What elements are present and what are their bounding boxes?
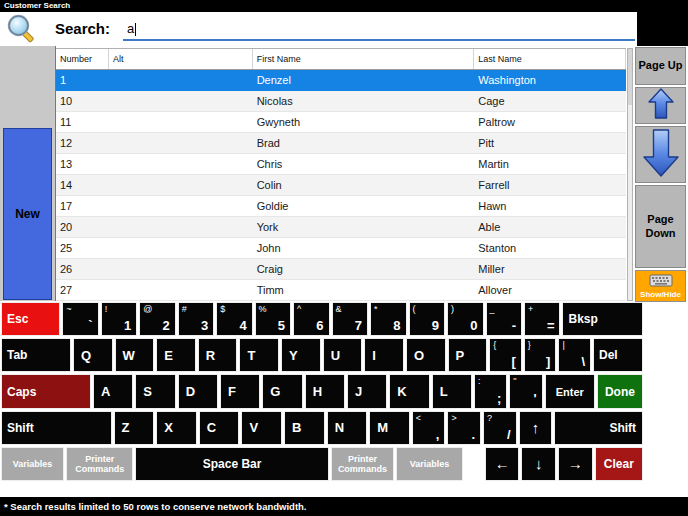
page-down-button[interactable]: Page Down [635,185,686,268]
table-row-17[interactable]: 17GoldieHawn [56,196,626,217]
column-header-alt[interactable]: Alt [109,49,253,69]
cell: 25 [56,242,109,254]
key-t[interactable]: T [239,338,279,372]
key-shift-right[interactable]: Shift [554,411,643,445]
table-row-1[interactable]: 1DenzelWashington [56,70,626,91]
table-row-11[interactable]: 11GwynethPaltrow [56,112,626,133]
key-j[interactable]: J [347,374,387,408]
key-p[interactable]: P [448,338,488,372]
key-9[interactable]: (9 [409,302,445,336]
table-row-14[interactable]: 14ColinFarrell [56,175,626,196]
key-arrow-right[interactable]: → [558,447,593,481]
keyboard-row-5: VariablesPrinter CommandsSpace BarPrinte… [0,446,644,482]
scroll-up-button[interactable] [635,87,686,124]
table-row-26[interactable]: 26CraigMiller [56,259,626,280]
key-shift-left[interactable]: Shift [1,411,112,445]
key-7[interactable]: &7 [332,302,368,336]
table-row-27[interactable]: 27TimmAllover [56,280,626,301]
key-equals[interactable]: += [524,302,560,336]
key-arrow-down[interactable]: ↓ [521,447,556,481]
key-variables-right[interactable]: Variables [396,447,463,481]
key-8[interactable]: *8 [370,302,406,336]
key-arrow-up[interactable]: ↑ [519,411,553,445]
key-minus[interactable]: _- [486,302,522,336]
key-u[interactable]: U [323,338,363,372]
search-input[interactable]: a [123,16,635,41]
key-i[interactable]: I [364,338,404,372]
key-bksp[interactable]: Bksp [562,302,643,336]
key-a[interactable]: A [93,374,133,408]
key-esc[interactable]: Esc [1,302,60,336]
key-semicolon[interactable]: :; [474,374,507,408]
key-r[interactable]: R [198,338,238,372]
key-rbracket[interactable]: }] [524,338,557,372]
key-shift-char: * [374,304,378,314]
key-backslash[interactable]: |\ [558,338,591,372]
key-caps[interactable]: Caps [1,374,91,408]
key-slash[interactable]: ?/ [483,411,517,445]
key-printer-commands-left[interactable]: Printer Commands [66,447,133,481]
key-x[interactable]: X [156,411,197,445]
key-enter[interactable]: Enter [545,374,595,408]
keyboard: Esc~`!1@2#3$4%5^6&7*8(9)0_-+=BkspTabQWER… [0,301,644,482]
key-4[interactable]: $4 [216,302,252,336]
page-up-button[interactable]: Page Up [635,47,686,85]
key-o[interactable]: O [406,338,446,372]
key-backtick[interactable]: ~` [62,302,98,336]
key-l[interactable]: L [432,374,472,408]
key-del[interactable]: Del [593,338,643,372]
key-clear[interactable]: Clear [595,447,643,481]
key-m[interactable]: M [369,411,410,445]
table-header: NumberAltFirst NameLast Name [56,48,626,70]
show-hide-keyboard-button[interactable]: Show/Hide [635,270,686,302]
column-header-number[interactable]: Number [56,49,109,69]
table-row-20[interactable]: 20YorkAble [56,217,626,238]
column-header-first-name[interactable]: First Name [253,49,475,69]
key-3[interactable]: #3 [178,302,214,336]
key-e[interactable]: E [156,338,196,372]
key-c[interactable]: C [199,411,240,445]
table-row-10[interactable]: 10NicolasCage [56,91,626,112]
column-header-last-name[interactable]: Last Name [474,49,626,69]
key-k[interactable]: K [389,374,429,408]
key-w[interactable]: W [115,338,155,372]
table-scrollbar[interactable] [627,48,633,301]
key-f[interactable]: F [220,374,260,408]
scroll-down-button[interactable] [635,126,686,183]
key-q[interactable]: Q [73,338,113,372]
cell: Hawn [474,200,626,212]
key-lbracket[interactable]: {[ [489,338,522,372]
key-s[interactable]: S [135,374,175,408]
table-row-12[interactable]: 12BradPitt [56,133,626,154]
key-tab[interactable]: Tab [1,338,71,372]
key-y[interactable]: Y [281,338,321,372]
key-comma[interactable]: <, [412,411,446,445]
key-variables-left[interactable]: Variables [1,447,64,481]
key-5[interactable]: %5 [255,302,291,336]
key-quote[interactable]: "' [509,374,542,408]
key-b[interactable]: B [284,411,325,445]
new-button[interactable]: New [3,128,52,300]
key-2[interactable]: @2 [139,302,175,336]
key-0[interactable]: )0 [447,302,483,336]
scrollbar-thumb[interactable] [628,49,632,105]
key-space-bar[interactable]: Space Bar [135,447,328,481]
key-1[interactable]: !1 [101,302,137,336]
key-printer-commands-right[interactable]: Printer Commands [331,447,394,481]
key-arrow-left[interactable]: ← [485,447,520,481]
key-period[interactable]: >. [447,411,481,445]
text-caret [135,23,136,36]
key-h[interactable]: H [305,374,345,408]
key-g[interactable]: G [262,374,302,408]
cell: Farrell [474,179,626,191]
key-n[interactable]: N [327,411,368,445]
key-6[interactable]: ^6 [293,302,329,336]
table-row-13[interactable]: 13ChrisMartin [56,154,626,175]
key-z[interactable]: Z [114,411,155,445]
key-done[interactable]: Done [597,374,643,408]
key-shift-char: % [259,304,267,314]
key-d[interactable]: D [178,374,218,408]
key-v[interactable]: V [241,411,282,445]
table-row-25[interactable]: 25JohnStanton [56,238,626,259]
key-main-char: ] [546,354,550,369]
